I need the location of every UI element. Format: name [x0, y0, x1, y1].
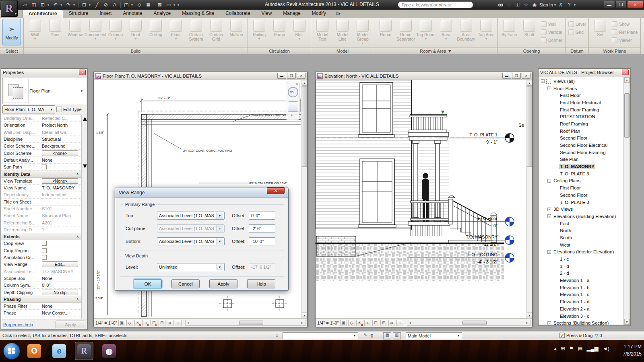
cancel-button[interactable]: Cancel — [171, 279, 200, 288]
ribbon-button-ramp[interactable]: Ramp — [270, 19, 289, 46]
top-level-dropdown[interactable]: Associated Level (T.O. MAS▼ — [157, 212, 225, 220]
tree-item-3d-views[interactable]: +3D Views — [539, 206, 623, 213]
tree-item-site-plan[interactable]: Site Plan — [539, 156, 623, 163]
type-selector[interactable]: Floor Plan ▼ — [2, 78, 86, 104]
floorplan-titlebar[interactable]: RVT Floor Plan: T. O. MASONRY - VIC ALL … — [94, 72, 307, 80]
tree-item-elevation-1-a[interactable]: Elevation 1 - a — [539, 277, 623, 284]
dialog-close-button[interactable]: ✕ — [267, 187, 285, 194]
modify-button[interactable]: ➢ Modify — [2, 19, 21, 45]
tab-structure[interactable]: Structure — [63, 10, 94, 18]
reveal-hidden-icon[interactable]: ◌ — [175, 320, 182, 326]
exchange-apps-icon[interactable]: X — [557, 1, 564, 8]
zoom-tool-icon[interactable] — [288, 101, 298, 112]
elevation-canvas[interactable]: T. O. PLATE 1 9' - 1" Se First Floor 0" … — [316, 80, 526, 318]
minimize-button[interactable]: ▬ — [604, 1, 615, 8]
crop-view-icon[interactable]: ⊡✕ — [151, 320, 157, 326]
ribbon-button-room-separator[interactable]: Room Separator — [396, 19, 415, 46]
user-icon[interactable]: ◉ — [531, 1, 538, 8]
toggle2-button[interactable]: ▥ — [393, 332, 401, 339]
temporary-hide-icon[interactable]: ∞ — [167, 320, 173, 326]
elevation-titlebar[interactable]: RVT Elevation: North - VIC ALL DETAILS ▬… — [316, 72, 532, 80]
visual-style-icon[interactable]: ◇ — [348, 320, 355, 326]
ribbon-button-dormer[interactable]: Dormer — [540, 37, 564, 44]
section-extents[interactable]: Extents∧ — [1, 233, 81, 240]
doc-minimize-icon[interactable]: ▬ — [277, 73, 286, 79]
shadows-icon[interactable]: ◑✕ — [142, 320, 149, 326]
browser-close-icon[interactable]: ✕ — [622, 70, 629, 75]
doc-restore-icon[interactable]: ❐ — [287, 73, 296, 79]
tree-item-second-floor-framing[interactable]: Second Floor Framing — [539, 149, 623, 156]
ribbon-button-wall[interactable]: Wall▼ — [25, 19, 45, 46]
tree-item-first-floor[interactable]: First Floor — [539, 92, 623, 99]
show-crop-icon[interactable]: ⊞ — [380, 320, 387, 326]
checkbox-crop-region[interactable] — [42, 248, 47, 253]
tree-item-west[interactable]: West — [539, 241, 623, 249]
reveal-hidden-icon[interactable]: ◌ — [396, 320, 403, 326]
ribbon-button-area-boundary[interactable]: Area Boundary — [456, 19, 476, 46]
elevation-scale[interactable]: 1/4" = 1'-0" — [317, 321, 339, 325]
tree-item-t-o-plate-3[interactable]: T. O. PLATE 3 — [539, 199, 623, 206]
ribbon-button-grid[interactable]: Grid — [567, 29, 587, 36]
tab-massing-site[interactable]: Massing & Site — [176, 10, 220, 18]
filter-icon[interactable]: ▽:0 — [595, 333, 602, 338]
doc-restore-icon[interactable]: ❐ — [512, 73, 521, 79]
ribbon-button-show[interactable]: Show — [611, 21, 639, 28]
tree-item-elevations-interior-elevation[interactable]: -Elevations (Interior Elevation) — [539, 249, 623, 256]
taskbar-revit[interactable]: R — [75, 342, 93, 360]
tree-item-elevation-1-b[interactable]: Elevation 1 - b — [539, 284, 623, 291]
toggle1-button[interactable]: ▦ — [383, 332, 391, 339]
tab-insert[interactable]: Insert — [94, 10, 117, 18]
collapse-icon[interactable]: - — [547, 214, 551, 218]
ok-button[interactable]: OK — [134, 279, 162, 288]
help-button[interactable]: Help — [247, 279, 275, 288]
collapse-icon[interactable]: - — [547, 86, 551, 90]
visual-style-icon[interactable]: ◇ — [126, 320, 133, 326]
close-button[interactable]: ✕ — [627, 1, 643, 8]
tab-view[interactable]: View — [256, 10, 278, 18]
tree-item-first-floor[interactable]: First Floor — [539, 184, 623, 191]
tree-item-ceiling-plans[interactable]: -Ceiling Plans — [539, 177, 623, 185]
ribbon-button-model-text[interactable]: Model Text — [313, 19, 332, 46]
tree-item-second-floor[interactable]: Second Floor — [539, 191, 623, 199]
tree-item-second-floor-electrical[interactable]: Second Floor Electrical — [539, 142, 623, 149]
tab-analyze[interactable]: Analyze — [148, 10, 176, 18]
detail-level-icon[interactable]: ▣ — [340, 320, 347, 326]
tree-item-first-floor-framing[interactable]: First Floor Framing — [539, 106, 623, 113]
floorplan-scale[interactable]: 1/4" = 1'-0" — [95, 321, 117, 325]
application-menu-button[interactable]: R▾ — [1, 0, 18, 17]
ribbon-button-area[interactable]: Area▼ — [436, 19, 456, 46]
ribbon-button-mullion[interactable]: Mullion — [227, 19, 246, 46]
taskbar-outlook[interactable]: O — [25, 342, 43, 360]
properties-close-icon[interactable]: ✕ — [79, 70, 86, 75]
sun-path-icon[interactable]: ☀✕ — [356, 320, 363, 326]
ribbon-button-ref-plane[interactable]: Ref Plane — [611, 29, 639, 36]
ribbon-button-vertical[interactable]: Vertical — [540, 29, 564, 36]
ribbon-button-wall[interactable]: Wall — [540, 21, 564, 28]
tree-item-roof-plan[interactable]: Roof Plan — [539, 128, 623, 135]
temporary-hide-icon[interactable]: ∞ — [388, 320, 395, 326]
ribbon-button-component[interactable]: Component▼ — [86, 19, 105, 46]
ribbon-button-viewer[interactable]: Viewer — [611, 37, 639, 44]
bottom-level-dropdown[interactable]: Associated Level (T.O. MAS▼ — [157, 237, 225, 245]
tab-annotate[interactable]: Annotate — [117, 10, 148, 18]
ribbon-button-tag-area[interactable]: Tag Area▼ — [477, 19, 496, 46]
taskbar-internet-explorer[interactable]: e — [50, 342, 68, 360]
view-selector-combo[interactable]: Floor Plan: T. O. MA▼ — [2, 105, 55, 113]
property-button-color-scheme[interactable]: <none> — [42, 150, 78, 156]
tree-item-t-o-masonry[interactable]: T. O. MASONRY — [539, 163, 623, 170]
system-tray[interactable]: ▴ ⊞ ⚑ ▤ ▂▄▆ ◄) — [554, 346, 609, 352]
tab-collaborate[interactable]: Collaborate — [220, 10, 256, 18]
search-input[interactable]: Type a keyword or phrase — [398, 1, 473, 8]
edit-type-button[interactable]: Edit Type — [56, 105, 86, 113]
taskbar-app4[interactable]: ◍ — [100, 342, 118, 360]
tree-item-floor-plans[interactable]: -Floor Plans — [539, 85, 623, 92]
doc-close-icon[interactable]: ✕ — [522, 73, 530, 79]
doc-minimize-icon[interactable]: ▬ — [502, 73, 511, 79]
tree-item-second-floor[interactable]: Second Floor — [539, 135, 623, 142]
apply-button[interactable]: Apply — [209, 279, 237, 288]
ribbon-button-curtain-grid[interactable]: Curtain Grid — [206, 19, 226, 46]
collapse-icon[interactable]: - — [547, 250, 551, 254]
tab-architecture[interactable]: Architecture — [23, 10, 63, 18]
property-button-view-range[interactable]: Edit... — [42, 261, 78, 267]
browser-scrollbar[interactable]: ▲▼ — [623, 77, 630, 325]
